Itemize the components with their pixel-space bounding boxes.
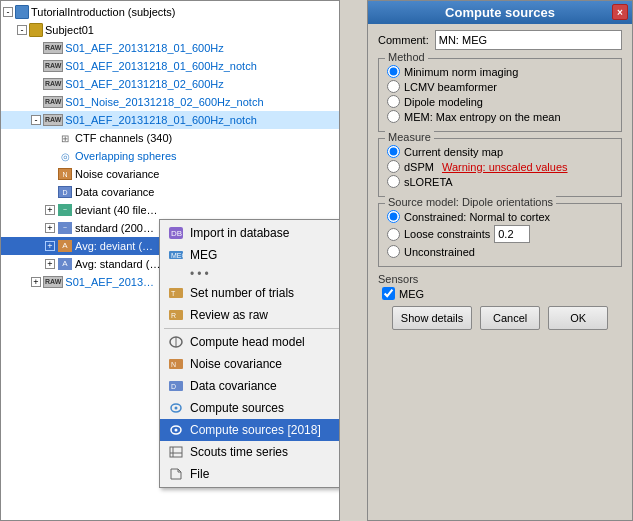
sensors-section: Sensors MEG (378, 273, 622, 300)
noise-cov-label: Noise covariance (75, 168, 159, 180)
measure-current-radio[interactable] (387, 145, 400, 158)
method-lcmv-radio[interactable] (387, 80, 400, 93)
svg-point-15 (175, 407, 178, 410)
method-mem-label: MEM: Max entropy on the mean (404, 111, 561, 123)
avg-deviant-label: Avg: deviant (… (75, 240, 153, 252)
tree-s01-aef-02[interactable]: RAW S01_AEF_20131218_02_600Hz (1, 75, 339, 93)
menu-set-trials[interactable]: T Set number of trials (160, 282, 340, 304)
s01-aef-01-label: S01_AEF_20131218_01_600Hz (65, 42, 223, 54)
svg-text:R: R (171, 312, 176, 319)
expand-standard[interactable]: + (45, 223, 55, 233)
expand-avg-deviant[interactable]: + (45, 241, 55, 251)
raw-badge: RAW (43, 42, 63, 54)
avg-icon: ~ (57, 203, 73, 217)
cancel-button[interactable]: Cancel (480, 306, 540, 330)
menu-compute-sources-label: Compute sources (190, 401, 284, 415)
method-min-norm-row: Minimum norm imaging (387, 65, 613, 78)
comment-row: Comment: (378, 30, 622, 50)
menu-meg[interactable]: MEG MEG ▶ (160, 244, 340, 266)
menu-scouts[interactable]: Scouts time series (160, 441, 340, 463)
expand-subject01[interactable]: - (17, 25, 27, 35)
method-lcmv-label: LCMV beamformer (404, 81, 497, 93)
import-db-icon: DB (168, 225, 184, 241)
source-constrained-label: Constrained: Normal to cortex (404, 211, 550, 223)
measure-dspm-row: dSPM Warning: unscaled values (387, 160, 613, 173)
tree-data-cov[interactable]: D Data covariance (1, 183, 339, 201)
sphere-icon: ◎ (57, 149, 73, 163)
expand-s01-2013[interactable]: + (31, 277, 41, 287)
std-icon: ~ (57, 221, 73, 235)
expand-s01-notch2[interactable]: - (31, 115, 41, 125)
compute-src-icon (168, 400, 184, 416)
menu-review-raw[interactable]: R Review as raw (160, 304, 340, 326)
dialog-body: Comment: Method Minimum norm imaging LCM… (368, 24, 632, 336)
data-cov-icon: D (168, 378, 184, 394)
measure-sloreta-radio[interactable] (387, 175, 400, 188)
raw-badge: RAW (43, 78, 63, 90)
svg-text:MEG: MEG (171, 252, 183, 259)
menu-import-db[interactable]: DB Import in database (160, 222, 340, 244)
file-icon (168, 466, 184, 482)
sensors-meg-row: MEG (378, 287, 622, 300)
source-constrained-row: Constrained: Normal to cortex (387, 210, 613, 223)
source-unconstrained-label: Unconstrained (404, 246, 475, 258)
menu-file[interactable]: File ▶ (160, 463, 340, 485)
dialog-close-button[interactable]: × (612, 4, 628, 20)
grid-icon: ⊞ (57, 131, 73, 145)
avg-standard-label: Avg: standard (… (75, 258, 160, 270)
svg-marker-21 (171, 469, 181, 479)
tree-s01-aef-01[interactable]: RAW S01_AEF_20131218_01_600Hz (1, 39, 339, 57)
tree-ctf-channels[interactable]: ⊞ CTF channels (340) (1, 129, 339, 147)
s01-noise-label: S01_Noise_20131218_02_600Hz_notch (65, 96, 263, 108)
measure-dspm-radio[interactable] (387, 160, 400, 173)
measure-sloreta-row: sLORETA (387, 175, 613, 188)
s01-aef-02-label: S01_AEF_20131218_02_600Hz (65, 78, 223, 90)
menu-sep (164, 328, 340, 329)
svg-text:D: D (171, 383, 176, 390)
source-constrained-radio[interactable] (387, 210, 400, 223)
s01-aef-01-notch2-label: S01_AEF_20131218_01_600Hz_notch (65, 114, 256, 126)
menu-compute-sources-2018[interactable]: Compute sources [2018] (160, 419, 340, 441)
menu-import-db-label: Import in database (190, 226, 289, 240)
tree-s01-noise[interactable]: RAW S01_Noise_20131218_02_600Hz_notch (1, 93, 339, 111)
tree-deviant[interactable]: + ~ deviant (40 file… (1, 201, 339, 219)
expand-root[interactable]: - (3, 7, 13, 17)
expand-avg-standard[interactable]: + (45, 259, 55, 269)
tree-overlapping-spheres[interactable]: ◎ Overlapping spheres (1, 147, 339, 165)
meg-icon: MEG (168, 247, 184, 263)
raw-badge: RAW (43, 114, 63, 126)
measure-current-label: Current density map (404, 146, 503, 158)
source-unconstrained-radio[interactable] (387, 245, 400, 258)
method-lcmv-row: LCMV beamformer (387, 80, 613, 93)
menu-compute-head[interactable]: Compute head model (160, 331, 340, 353)
tree-root[interactable]: - TutorialIntroduction (subjects) (1, 3, 339, 21)
source-model-label: Source model: Dipole orientations (385, 196, 556, 208)
menu-scouts-label: Scouts time series (190, 445, 288, 459)
tree-s01-aef-01-notch[interactable]: RAW S01_AEF_20131218_01_600Hz_notch (1, 57, 339, 75)
comment-label: Comment: (378, 34, 429, 46)
menu-set-trials-label: Set number of trials (190, 286, 294, 300)
ok-button[interactable]: OK (548, 306, 608, 330)
method-min-norm-radio[interactable] (387, 65, 400, 78)
source-loose-label: Loose constraints (404, 228, 490, 240)
menu-noise-cov[interactable]: N Noise covariance ▶ (160, 353, 340, 375)
sensors-meg-checkbox[interactable] (382, 287, 395, 300)
method-dipole-radio[interactable] (387, 95, 400, 108)
method-dipole-row: Dipole modeling (387, 95, 613, 108)
sensors-label: Sensors (378, 273, 622, 285)
expand-deviant[interactable]: + (45, 205, 55, 215)
tree-subject01[interactable]: - Subject01 (1, 21, 339, 39)
cov-icon: N (57, 167, 73, 181)
measure-label: Measure (385, 131, 434, 143)
tree-s01-aef-01-notch2[interactable]: - RAW S01_AEF_20131218_01_600Hz_notch (1, 111, 339, 129)
loose-value-input[interactable] (494, 225, 530, 243)
menu-data-cov[interactable]: D Data covariance ▶ (160, 375, 340, 397)
show-details-button[interactable]: Show details (392, 306, 472, 330)
menu-compute-sources[interactable]: Compute sources (160, 397, 340, 419)
tree-noise-cov[interactable]: N Noise covariance (1, 165, 339, 183)
source-loose-radio[interactable] (387, 228, 400, 241)
dspm-warning[interactable]: Warning: unscaled values (442, 161, 568, 173)
comment-input[interactable] (435, 30, 622, 50)
method-mem-radio[interactable] (387, 110, 400, 123)
svg-text:DB: DB (171, 229, 182, 238)
